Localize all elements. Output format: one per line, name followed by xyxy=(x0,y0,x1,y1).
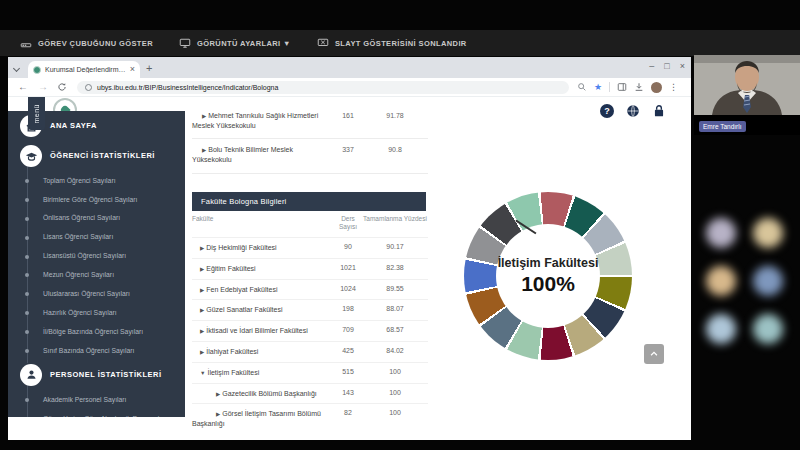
faculty-table-row[interactable]: ▶Diş Hekimliği Fakültesi 90 90.17 xyxy=(192,237,428,258)
donut-center-label: İletişim Fakültesi xyxy=(498,256,599,270)
help-icon[interactable]: ? xyxy=(600,104,614,118)
faculty-table-row[interactable]: ▶Eğitim Fakültesi 1021 82.38 xyxy=(192,258,428,279)
side-panel-icon[interactable] xyxy=(617,82,627,92)
units-table-row[interactable]: ▶Bolu Teknik Bilimler Meslek Yüksekokulu… xyxy=(192,139,428,173)
kebab-menu-icon[interactable]: ⋮ xyxy=(669,82,678,92)
window-minimize-button[interactable]: – xyxy=(649,59,654,73)
column-header-completion: Tamamlanma Yüzdesi xyxy=(362,215,428,232)
sidebar-item[interactable]: Lisansüstü Öğrenci Sayıları xyxy=(8,247,185,266)
sidebar-item[interactable]: Hazırlık Öğrenci Sayıları xyxy=(8,303,185,322)
window-controls: – □ × xyxy=(649,59,685,73)
donut-center: İletişim Fakültesi 100% xyxy=(496,224,600,328)
menu-toggle-tab[interactable]: menü xyxy=(28,97,45,130)
expand-arrow-icon[interactable]: ▶ xyxy=(202,113,206,119)
window-close-button[interactable]: × xyxy=(680,59,685,73)
sidebar-item[interactable]: ÖĞRENCİ İSTATİSTİKLERİ xyxy=(8,141,185,171)
sidebar-item[interactable]: Önlisans Öğrenci Sayıları xyxy=(8,209,185,228)
faculty-name: ▼İletişim Fakültesi xyxy=(192,368,334,378)
sidebar-item[interactable]: Akademik Personel Sayıları xyxy=(8,390,185,409)
presentation-toolbar: GÖREV ÇUBUĞUNU GÖSTER GÖRÜNTÜ AYARLARI ▼… xyxy=(0,30,800,56)
faculty-completion-pct: 84.02 xyxy=(362,347,428,354)
faculty-table-row[interactable]: ▶İlahiyat Fakültesi 425 84.02 xyxy=(192,341,428,362)
participant-avatar[interactable] xyxy=(706,314,736,344)
sidebar-item[interactable]: İl/Bölge Bazında Öğrenci Sayıları xyxy=(8,322,185,341)
faculty-course-count: 1024 xyxy=(334,285,362,292)
browser-window: Kurumsal Değerlendirme Sist... × + – □ ×… xyxy=(8,57,691,440)
sidebar-item[interactable]: Mezun Öğrenci Sayıları xyxy=(8,265,185,284)
faculty-table-row[interactable]: ▶Güzel Sanatlar Fakültesi 198 88.07 xyxy=(192,299,428,320)
presenter-webcam-image xyxy=(694,55,800,115)
tab-title: Kurumsal Değerlendirme Sist... xyxy=(45,66,126,73)
page-header-icons: ? xyxy=(600,104,666,118)
forward-button[interactable]: → xyxy=(38,81,48,93)
faculty-completion-pct: 100 xyxy=(362,389,428,396)
sidebar-section-icon xyxy=(20,145,42,167)
sidebar-item[interactable]: Birimlere Göre Öğrenci Sayıları xyxy=(8,190,185,209)
sidebar-item[interactable]: Lisans Öğrenci Sayıları xyxy=(8,228,185,247)
faculty-name: ▶Gazetecilik Bölümü Başkanlığı xyxy=(192,389,334,399)
address-bar[interactable]: ubys.ibu.edu.tr/BIP/BusinessIntelligence… xyxy=(77,81,569,94)
sidebar-item[interactable]: Sınıf Bazında Öğrenci Sayıları xyxy=(8,341,185,360)
download-icon[interactable] xyxy=(634,82,644,92)
expand-arrow-icon[interactable]: ▶ xyxy=(216,391,220,397)
faculty-course-count: 515 xyxy=(334,368,362,375)
expand-arrow-icon[interactable]: ▶ xyxy=(216,411,220,417)
participant-avatar[interactable] xyxy=(753,266,783,296)
lock-icon[interactable] xyxy=(652,104,666,118)
bullet-dot-icon xyxy=(25,179,29,183)
address-bar-icons: ★ ⋮ xyxy=(577,82,678,93)
faculty-table-row[interactable]: ▶Fen Edebiyat Fakültesi 1024 89.55 xyxy=(192,279,428,300)
expand-arrow-icon[interactable]: ▶ xyxy=(200,287,204,293)
participant-name-tag: Emre Tandırlı xyxy=(699,121,746,132)
bookmark-star-icon[interactable]: ★ xyxy=(594,82,602,92)
profile-avatar[interactable] xyxy=(651,82,662,93)
faculty-table-headers: Fakülte Ders Sayısı Tamamlanma Yüzdesi xyxy=(192,215,428,232)
expand-arrow-icon[interactable]: ▶ xyxy=(200,307,204,313)
unit-completion-pct: 90.8 xyxy=(362,145,428,153)
sidebar-item[interactable]: Görev Yerine Göre Akademik Personel xyxy=(8,409,185,417)
faculty-course-count: 82 xyxy=(334,409,362,416)
sidebar-item[interactable]: Uluslararası Öğrenci Sayıları xyxy=(8,284,185,303)
scroll-to-top-button[interactable] xyxy=(644,344,664,364)
faculty-table-row[interactable]: ▼İletişim Fakültesi 515 100 xyxy=(192,362,428,383)
faculty-completion-pct: 82.38 xyxy=(362,264,428,271)
faculty-table-row[interactable]: ▶Gazetecilik Bölümü Başkanlığı 143 100 xyxy=(192,383,428,404)
ubys-page: menü ? xyxy=(8,97,691,440)
menu-toggle-label: menü xyxy=(33,104,40,124)
new-tab-button[interactable]: + xyxy=(146,62,152,75)
sidebar-item[interactable]: PERSONEL İSTATİSTİKLERİ xyxy=(8,360,185,390)
expand-arrow-icon[interactable]: ▼ xyxy=(200,370,205,376)
presentation-toolbar-button[interactable]: GÖREV ÇUBUĞUNU GÖSTER xyxy=(20,37,153,49)
tab-close-icon[interactable]: × xyxy=(130,65,135,74)
column-header-faculty: Fakülte xyxy=(192,215,334,232)
sidebar-item[interactable]: Toplam Öğrenci Sayıları xyxy=(8,171,185,190)
presentation-toolbar-button[interactable]: SLAYT GÖSTERİSİNİ SONLANDIR xyxy=(317,37,467,49)
browser-tab[interactable]: Kurumsal Değerlendirme Sist... × xyxy=(28,61,140,78)
participant-avatar[interactable] xyxy=(706,218,736,248)
expand-arrow-icon[interactable]: ▶ xyxy=(200,245,204,251)
faculty-table-row[interactable]: ▶Görsel İletişim Tasarımı Bölümü Başkanl… xyxy=(192,403,428,434)
unit-course-count: 161 xyxy=(334,111,362,119)
presentation-toolbar-button[interactable]: GÖRÜNTÜ AYARLARI ▼ xyxy=(179,37,291,49)
participant-avatar[interactable] xyxy=(753,314,783,344)
globe-icon[interactable] xyxy=(626,104,640,118)
expand-arrow-icon[interactable]: ▶ xyxy=(200,328,204,334)
participant-avatar[interactable] xyxy=(753,218,783,248)
faculty-table-row[interactable]: ▶İktisadi ve İdari Bilimler Fakültesi 70… xyxy=(192,320,428,341)
participant-avatar[interactable] xyxy=(706,266,736,296)
faculty-course-count: 1021 xyxy=(334,264,362,271)
back-button[interactable]: ← xyxy=(18,81,28,93)
expand-arrow-icon[interactable]: ▶ xyxy=(200,266,204,272)
presenter-video-tile[interactable]: Emre Tandırlı xyxy=(694,55,800,135)
window-maximize-button[interactable]: □ xyxy=(664,59,669,73)
zoom-search-icon[interactable] xyxy=(577,82,587,92)
units-table-row[interactable]: ▶Mehmet Tanrıkulu Sağlık Hizmetleri Mesl… xyxy=(192,105,428,139)
expand-arrow-icon[interactable]: ▶ xyxy=(200,349,204,355)
expand-arrow-icon[interactable]: ▶ xyxy=(202,147,206,153)
bullet-dot-icon xyxy=(25,349,29,353)
toolbar-button-label: GÖREV ÇUBUĞUNU GÖSTER xyxy=(38,39,153,48)
tab-search-button[interactable] xyxy=(12,64,22,74)
units-table: ▶Mehmet Tanrıkulu Sağlık Hizmetleri Mesl… xyxy=(192,105,428,174)
reload-icon[interactable] xyxy=(57,82,67,92)
site-info-icon[interactable] xyxy=(85,84,92,91)
